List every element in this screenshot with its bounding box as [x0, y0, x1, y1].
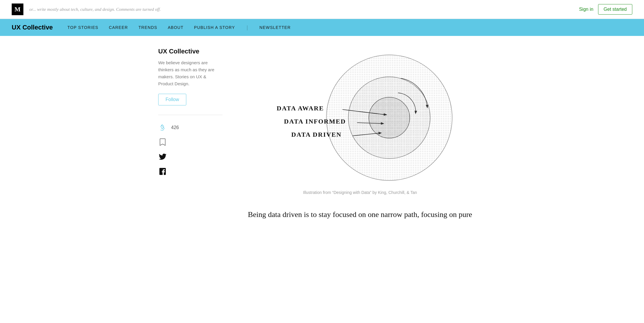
sign-in-link[interactable]: Sign in — [579, 7, 593, 12]
nav-links: TOP STORIES CAREER TRENDS ABOUT PUBLISH … — [68, 25, 291, 31]
svg-point-5 — [369, 97, 410, 138]
get-started-button[interactable]: Get started — [598, 4, 632, 15]
content-area: DATA AWARE DATA INFORMED DATA DRIVEN Ill… — [234, 48, 486, 220]
twitter-icon[interactable] — [158, 152, 167, 161]
top-bar-right: Sign in Get started — [579, 4, 632, 15]
svg-text:DATA INFORMED: DATA INFORMED — [284, 118, 346, 125]
sidebar-title: UX Collective — [158, 48, 223, 55]
top-bar: M or... write mostly about tech, culture… — [0, 0, 644, 19]
nav-link-top-stories[interactable]: TOP STORIES — [68, 25, 99, 30]
top-bar-left: M or... write mostly about tech, culture… — [12, 4, 161, 15]
medium-logo[interactable]: M — [12, 4, 23, 15]
nav-link-publish[interactable]: PUBLISH A STORY — [194, 25, 235, 30]
nav-link-trends[interactable]: TRENDS — [138, 25, 157, 30]
facebook-row — [158, 167, 223, 176]
svg-text:DATA AWARE: DATA AWARE — [277, 105, 324, 112]
nav-link-newsletter[interactable]: NEWSLETTER — [259, 25, 291, 30]
sidebar: UX Collective We believe designers are t… — [158, 48, 234, 220]
nav-separator: | — [247, 25, 248, 31]
bookmark-row — [158, 138, 223, 147]
facebook-icon[interactable] — [158, 167, 167, 176]
twitter-row — [158, 152, 223, 161]
nav-brand[interactable]: UX Collective — [12, 24, 53, 31]
nav-bar: UX Collective TOP STORIES CAREER TRENDS … — [0, 19, 644, 36]
sidebar-actions: 426 — [158, 123, 223, 176]
svg-text:DATA DRIVEN: DATA DRIVEN — [291, 131, 342, 138]
sidebar-divider — [158, 115, 223, 115]
main-container: UX Collective We believe designers are t… — [147, 36, 497, 232]
illustration-container: DATA AWARE DATA INFORMED DATA DRIVEN Ill… — [234, 48, 486, 195]
bookmark-icon[interactable] — [158, 138, 167, 147]
nav-link-career[interactable]: CAREER — [109, 25, 128, 30]
article-bottom-text: Being data driven is to stay focused on … — [248, 209, 472, 220]
diagram-svg-wrapper: DATA AWARE DATA INFORMED DATA DRIVEN — [246, 48, 474, 188]
clap-count: 426 — [171, 125, 179, 130]
clap-row: 426 — [158, 123, 223, 132]
follow-button[interactable]: Follow — [158, 94, 186, 105]
nav-link-about[interactable]: ABOUT — [168, 25, 184, 30]
data-diagram-svg: DATA AWARE DATA INFORMED DATA DRIVEN — [246, 49, 474, 186]
sidebar-description: We believe designers are thinkers as muc… — [158, 59, 223, 87]
illustration-caption: Illustration from “Designing with Data” … — [303, 190, 417, 195]
clap-icon[interactable] — [158, 123, 167, 132]
top-bar-tagline: or... write mostly about tech, culture, … — [29, 7, 161, 12]
